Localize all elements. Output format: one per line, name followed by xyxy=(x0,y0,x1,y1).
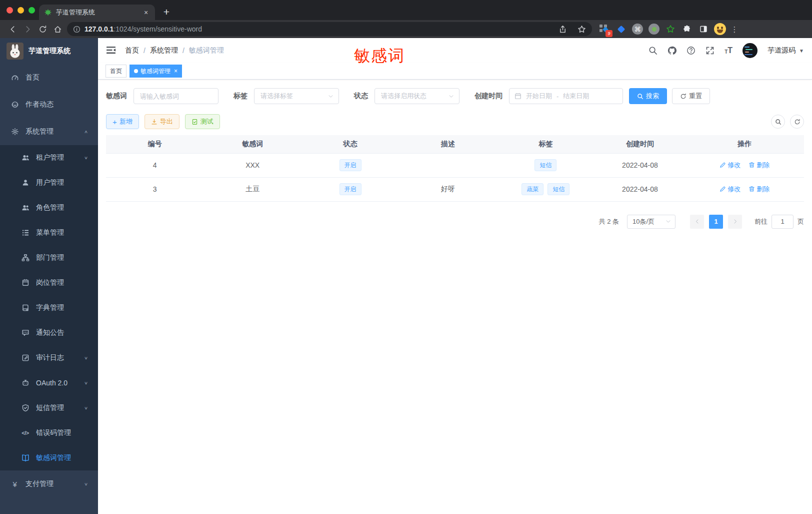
forward-icon[interactable] xyxy=(20,22,35,37)
address-bar[interactable]: 127.0.0.1:1024/system/sensitive-word xyxy=(67,22,592,36)
goto-label: 前往 xyxy=(754,217,768,226)
font-size-icon[interactable]: TT xyxy=(724,47,732,55)
reload-icon[interactable] xyxy=(35,22,50,37)
new-tab-button[interactable]: + xyxy=(159,5,174,20)
sidebar-menu: 首页作者动态系统管理∧租户管理∨用户管理角色管理菜单管理部门管理岗位管理字典管理… xyxy=(0,64,98,514)
sidebar-item-敏感词管理[interactable]: 敏感词管理 xyxy=(0,445,98,470)
sidebar-item-部门管理[interactable]: 部门管理 xyxy=(0,245,98,270)
site-info-icon[interactable] xyxy=(73,26,80,33)
user-menu[interactable]: 芋道源码 ▼ xyxy=(768,46,804,55)
column-header-状态: 状态 xyxy=(302,135,399,153)
notice-bubble-icon xyxy=(21,329,30,337)
profile-avatar[interactable] xyxy=(714,23,726,36)
breadcrumb-item: 敏感词管理 xyxy=(189,46,224,55)
sidebar-item-用户管理[interactable]: 用户管理 xyxy=(0,170,98,195)
date-separator: - xyxy=(556,93,558,100)
sidebar-item-审计日志[interactable]: 审计日志∨ xyxy=(0,345,98,370)
sidebar-item-通知公告[interactable]: 通知公告 xyxy=(0,320,98,345)
user-avatar[interactable] xyxy=(742,43,758,58)
status-select[interactable]: 请选择启用状态 xyxy=(374,88,460,104)
app-title: 芋道管理系统 xyxy=(28,47,70,56)
sidebar-item-角色管理[interactable]: 角色管理 xyxy=(0,195,98,220)
sidebar-collapse-icon[interactable] xyxy=(106,45,117,56)
cell-id: 4 xyxy=(106,153,204,177)
maximize-window-button[interactable] xyxy=(28,7,35,14)
home-icon[interactable] xyxy=(50,22,65,37)
status-tag: 开启 xyxy=(340,159,362,171)
sidebar-item-首页[interactable]: 首页 xyxy=(0,64,98,91)
extension-recorder-icon[interactable] xyxy=(648,23,660,36)
current-page-button[interactable]: 1 xyxy=(709,215,723,229)
edit-link[interactable]: 修改 xyxy=(720,161,740,170)
bookmark-star-icon[interactable] xyxy=(574,22,589,37)
minimize-window-button[interactable] xyxy=(18,7,24,14)
tag-select[interactable]: 请选择标签 xyxy=(254,88,339,104)
sidebar-item-菜单管理[interactable]: 菜单管理 xyxy=(0,220,98,245)
sidebar-item-作者动态[interactable]: 作者动态 xyxy=(0,91,98,118)
sidebar-item-租户管理[interactable]: 租户管理∨ xyxy=(0,145,98,170)
sidebar-item-支付管理[interactable]: ¥支付管理∨ xyxy=(0,470,98,497)
download-icon xyxy=(151,119,160,125)
sidebar-item-岗位管理[interactable]: 岗位管理 xyxy=(0,270,98,295)
close-window-button[interactable] xyxy=(6,7,13,14)
browser-tab-title: 芋道管理系统 xyxy=(56,8,138,17)
goto-page-input[interactable] xyxy=(772,215,794,229)
tab-close-icon[interactable]: × xyxy=(142,9,150,17)
log-edit-icon xyxy=(21,354,30,362)
keyword-input[interactable] xyxy=(134,88,218,104)
test-button[interactable]: 测试 xyxy=(185,114,220,129)
tags-view-tab-敏感词管理[interactable]: 敏感词管理× xyxy=(130,65,182,78)
sidebar-item-OAuth 2.0[interactable]: OAuth 2.0∨ xyxy=(0,370,98,395)
breadcrumb-item[interactable]: 系统管理 xyxy=(150,46,178,55)
author-chat-icon xyxy=(10,101,19,109)
document-check-icon xyxy=(192,119,200,125)
user-icon xyxy=(21,179,30,187)
github-icon[interactable] xyxy=(668,46,676,55)
reset-button[interactable]: 重置 xyxy=(672,88,710,104)
extensions-puzzle-icon[interactable] xyxy=(680,23,694,36)
delete-link[interactable]: 删除 xyxy=(748,185,770,194)
back-icon[interactable] xyxy=(5,22,20,37)
search-button[interactable]: 搜索 xyxy=(629,88,667,104)
extension-kite-icon[interactable] xyxy=(614,23,628,36)
prev-page-button[interactable] xyxy=(690,215,704,229)
dict-book-icon xyxy=(21,304,30,312)
toggle-search-button[interactable] xyxy=(771,115,785,129)
breadcrumb-item[interactable]: 首页 xyxy=(125,46,139,55)
window-controls xyxy=(6,7,35,14)
extension-command-icon[interactable]: ⌘ xyxy=(631,23,644,36)
next-page-button[interactable] xyxy=(728,215,742,229)
side-panel-icon[interactable] xyxy=(697,23,710,36)
browser-tab[interactable]: 芋道管理系统 × xyxy=(39,5,155,20)
search-icon[interactable] xyxy=(648,46,658,55)
tab-close-icon[interactable]: × xyxy=(174,68,178,75)
fullscreen-icon[interactable] xyxy=(706,46,714,55)
share-icon[interactable] xyxy=(555,22,570,37)
dashboard-icon xyxy=(10,74,19,82)
sidebar-item-字典管理[interactable]: 字典管理 xyxy=(0,295,98,320)
delete-link[interactable]: 删除 xyxy=(748,161,770,170)
extension-star-icon[interactable] xyxy=(664,23,677,36)
sidebar-item-label: 短信管理 xyxy=(36,403,64,412)
badge-icon xyxy=(21,279,30,287)
sidebar-item-label: 租户管理 xyxy=(36,153,64,162)
sidebar-item-错误码管理[interactable]: </>错误码管理 xyxy=(0,420,98,445)
sidebar-item-短信管理[interactable]: 短信管理∨ xyxy=(0,395,98,420)
help-icon[interactable] xyxy=(686,46,696,55)
extension-grid-icon[interactable]: 9 xyxy=(598,23,611,36)
page-size-select[interactable]: 10条/页 xyxy=(627,215,676,229)
edit-link[interactable]: 修改 xyxy=(720,185,740,194)
rabbit-logo xyxy=(6,43,24,60)
tags-view-tab-首页[interactable]: 首页 xyxy=(106,65,126,78)
add-button[interactable]: + 新增 xyxy=(106,114,139,129)
date-range-picker[interactable]: 开始日期 - 结束日期 xyxy=(509,88,623,104)
refresh-table-button[interactable] xyxy=(790,115,804,129)
browser-menu-icon[interactable]: ⋮ xyxy=(730,26,739,33)
sidebar-item-系统管理[interactable]: 系统管理∧ xyxy=(0,118,98,145)
chevron-down-icon: ∨ xyxy=(84,155,88,160)
sidebar-logo-row[interactable]: 芋道管理系统 xyxy=(0,38,98,64)
tab-label: 敏感词管理 xyxy=(140,67,170,76)
refresh-icon xyxy=(680,93,689,100)
cell-status: 开启 xyxy=(302,153,399,177)
export-button[interactable]: 导出 xyxy=(144,114,180,129)
